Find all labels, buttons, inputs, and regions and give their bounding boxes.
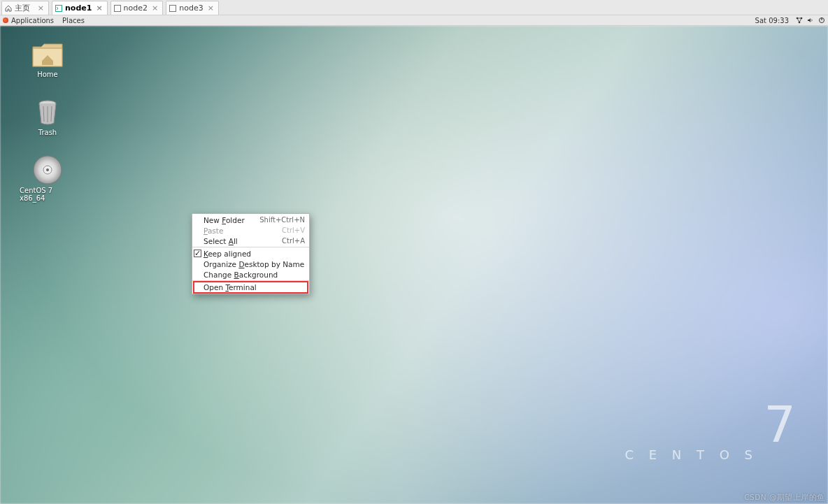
menu-open-terminal[interactable]: Open Terminal (194, 282, 308, 293)
places-menu[interactable]: Places (62, 17, 85, 24)
svg-rect-0 (56, 5, 62, 11)
network-icon[interactable] (796, 17, 803, 24)
watermark: CSDN @期望上岸的鱼 (744, 493, 825, 503)
menu-label: Keep aligned (204, 250, 251, 258)
menu-label: Paste (204, 226, 223, 235)
close-icon[interactable]: × (150, 3, 159, 13)
menu-new-folder[interactable]: New Folder Shift+Ctrl+N (192, 215, 309, 225)
menu-keep-aligned[interactable]: Keep aligned (192, 248, 309, 259)
tab-label: 主页 (15, 3, 30, 13)
trash-icon (31, 98, 64, 126)
centos-logo: 7 C E N T O S (624, 402, 758, 462)
tab-label: node2 (124, 3, 148, 13)
icon-label: Home (37, 71, 58, 78)
desktop-icon-disc[interactable]: CentOS 7 x86_64 (20, 156, 76, 202)
desktop-icon-grid: Home Trash (20, 40, 76, 202)
centos-name: C E N T O S (624, 447, 758, 462)
desktop[interactable]: Home Trash (0, 26, 828, 504)
checkmark-icon (194, 250, 201, 257)
close-icon[interactable]: × (206, 3, 215, 13)
icon-label: CentOS 7 x86_64 (20, 187, 76, 202)
terminal-icon (55, 5, 62, 12)
menu-organize-desktop[interactable]: Organize Desktop by Name (192, 259, 309, 269)
desktop-icon-home[interactable]: Home (20, 40, 76, 78)
window-icon (169, 5, 176, 12)
menu-paste: Paste Ctrl+V (192, 225, 309, 236)
folder-home-icon (31, 40, 64, 68)
centos-version: 7 (624, 402, 796, 447)
volume-icon[interactable] (807, 17, 814, 24)
window-icon (114, 5, 121, 12)
menu-label: Change Background (204, 271, 278, 279)
activities-icon[interactable] (3, 17, 8, 23)
menu-label: Organize Desktop by Name (204, 260, 304, 268)
tab-node2[interactable]: node2 × (110, 1, 164, 15)
host-tabbar: 主页 × node1 × node2 × node3 × (0, 0, 828, 15)
menu-label: Select All (204, 237, 238, 245)
menu-change-background[interactable]: Change Background (192, 269, 309, 280)
gnome-top-panel: Applications Places Sat 09:33 (0, 15, 828, 26)
tab-node1[interactable]: node1 × (52, 1, 108, 15)
tab-home[interactable]: 主页 × (1, 1, 49, 15)
applications-menu[interactable]: Applications (11, 17, 54, 24)
menu-shortcut: Ctrl+A (282, 237, 305, 245)
power-icon[interactable] (818, 17, 825, 24)
icon-label: Trash (38, 129, 57, 136)
menu-shortcut: Shift+Ctrl+N (259, 216, 305, 224)
menu-select-all[interactable]: Select All Ctrl+A (192, 236, 309, 246)
tab-node3[interactable]: node3 × (166, 1, 219, 15)
close-icon[interactable]: × (94, 3, 104, 13)
close-icon[interactable]: × (36, 3, 45, 13)
svg-point-15 (46, 168, 49, 171)
menu-shortcut: Ctrl+V (282, 226, 305, 234)
menu-separator (192, 280, 309, 281)
disc-icon (31, 156, 64, 184)
menu-separator (192, 247, 309, 247)
clock[interactable]: Sat 09:33 (755, 17, 789, 24)
tab-label: node1 (65, 3, 92, 13)
svg-rect-1 (114, 5, 120, 11)
home-icon (5, 5, 12, 12)
tab-label: node3 (179, 3, 203, 13)
desktop-context-menu: New Folder Shift+Ctrl+N Paste Ctrl+V Sel… (192, 213, 310, 294)
svg-rect-2 (170, 5, 176, 11)
menu-label: New Folder (204, 216, 245, 224)
desktop-icon-trash[interactable]: Trash (20, 98, 76, 136)
menu-label: Open Terminal (204, 283, 257, 291)
